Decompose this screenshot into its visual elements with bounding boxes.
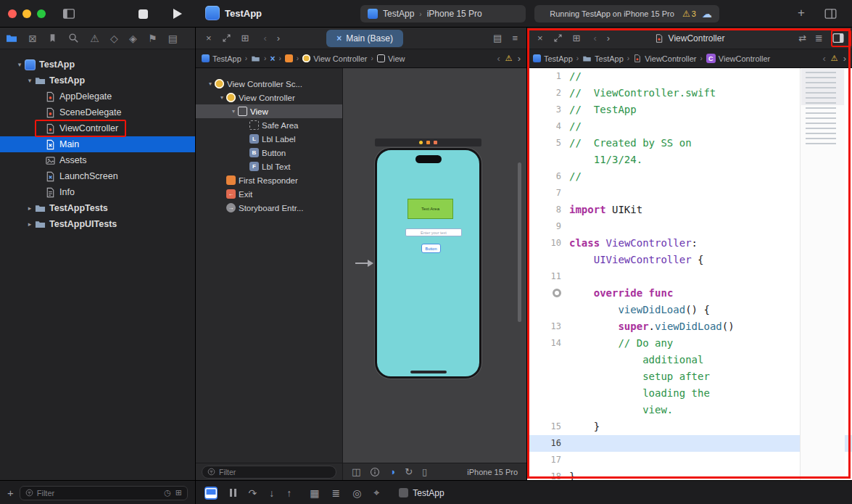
code-minimap[interactable] bbox=[800, 68, 845, 480]
outline-item-lbl-label[interactable]: LLbl Label bbox=[196, 132, 342, 146]
forward-chevron-icon[interactable]: › bbox=[607, 33, 610, 44]
scheme-selector[interactable]: TestApp › iPhone 15 Pro bbox=[360, 5, 526, 22]
step-out-icon[interactable]: ↑ bbox=[286, 487, 291, 499]
navigator-item-viewcontroller[interactable]: ViewController bbox=[0, 120, 195, 136]
forward-chevron-icon[interactable]: › bbox=[277, 33, 280, 44]
navigator-item-main[interactable]: Main bbox=[0, 136, 195, 152]
view-controller-view[interactable]: Text Area Enter your text Button bbox=[375, 148, 481, 379]
jump-bar-crumb[interactable]: ViewController bbox=[633, 54, 696, 63]
code-editor[interactable]: 1//2// ViewController.swift3// TestApp4/… bbox=[527, 68, 852, 480]
outline-item-lbl-text[interactable]: FLbl Text bbox=[196, 160, 342, 173]
close-editor-icon[interactable]: × bbox=[206, 33, 212, 44]
info-icon[interactable] bbox=[370, 467, 380, 477]
outline-item-view-controller[interactable]: ▾View Controller bbox=[196, 91, 342, 104]
issue-warning-icon[interactable]: ⚠ bbox=[831, 54, 838, 63]
variants-icon[interactable]: ◫ bbox=[352, 466, 360, 477]
back-chevron-icon[interactable]: ‹ bbox=[264, 33, 267, 44]
outline-item-view[interactable]: ▾View bbox=[196, 104, 342, 118]
outline-item-storyboard-entr-[interactable]: →Storyboard Entr... bbox=[196, 201, 342, 215]
grid-view-icon[interactable]: ⊞ bbox=[241, 33, 249, 44]
next-issue-icon[interactable]: › bbox=[518, 53, 521, 64]
previous-issue-icon[interactable]: ‹ bbox=[497, 53, 500, 64]
storyboard-canvas[interactable]: Text Area Enter your text Button bbox=[342, 68, 526, 463]
disclosure-chevron-icon[interactable]: ▸ bbox=[25, 205, 35, 212]
scene-responder-dock-icon[interactable] bbox=[426, 141, 430, 144]
navigator-filter-input[interactable]: Filter ◷ ⊞ bbox=[20, 486, 188, 500]
canvas-text-field[interactable]: Enter your text bbox=[405, 228, 462, 236]
editor-layout-icon[interactable] bbox=[824, 7, 837, 20]
jump-bar-crumb[interactable]: View Controller bbox=[302, 54, 367, 63]
jump-bar-crumb[interactable]: TestApp bbox=[533, 54, 573, 63]
disclosure-chevron-icon[interactable]: ▾ bbox=[15, 61, 25, 68]
grid-view-icon[interactable]: ⊞ bbox=[573, 33, 581, 44]
back-chevron-icon[interactable]: ‹ bbox=[594, 33, 597, 44]
toggle-inspectors-icon[interactable] bbox=[832, 32, 845, 44]
issue-navigator-icon[interactable]: ⚠ bbox=[90, 33, 99, 44]
editor-file-title[interactable]: ViewController bbox=[669, 33, 725, 44]
navigator-item-scenedelegate[interactable]: SceneDelegate bbox=[0, 104, 195, 120]
previous-issue-icon[interactable]: ‹ bbox=[822, 53, 825, 64]
debug-navigator-icon[interactable]: ◈ bbox=[129, 33, 137, 44]
navigator-item-testapptests[interactable]: ▸TestAppTests bbox=[0, 200, 195, 216]
outline-filter-input[interactable]: Filter bbox=[202, 466, 336, 479]
close-editor-icon[interactable]: × bbox=[537, 33, 543, 44]
jump-bar-crumb[interactable]: CViewController bbox=[706, 54, 770, 63]
scm-status-filter-icon[interactable]: ⊞ bbox=[175, 488, 182, 497]
adjust-editor-icon[interactable]: ≡ bbox=[512, 33, 518, 44]
stop-button[interactable] bbox=[138, 9, 148, 19]
view-hierarchy-icon[interactable]: ▦ bbox=[310, 487, 319, 499]
simulate-location-icon[interactable]: ⌖ bbox=[373, 487, 379, 499]
orientation-icon[interactable]: ↻ bbox=[405, 466, 413, 477]
memory-graph-icon[interactable]: ≣ bbox=[331, 487, 340, 499]
disclosure-chevron-icon[interactable]: ▾ bbox=[229, 108, 238, 115]
source-control-navigator-icon[interactable]: ⊠ bbox=[28, 33, 37, 44]
disclosure-chevron-icon[interactable]: ▸ bbox=[25, 220, 35, 228]
environment-overrides-icon[interactable]: ◎ bbox=[352, 487, 361, 499]
outline-item-safe-area[interactable]: Safe Area bbox=[196, 118, 342, 132]
breakpoint-navigator-icon[interactable]: ⚑ bbox=[148, 33, 157, 44]
step-into-icon[interactable]: ↓ bbox=[269, 487, 274, 499]
minimap-options-icon[interactable]: ≣ bbox=[815, 33, 823, 44]
warning-count[interactable]: 3 bbox=[692, 9, 696, 18]
run-button[interactable] bbox=[173, 9, 182, 19]
navigator-item-info[interactable]: Info bbox=[0, 184, 195, 200]
zoom-window-button[interactable] bbox=[37, 9, 46, 18]
jump-bar-crumb[interactable]: × bbox=[270, 54, 275, 64]
canvas-button[interactable]: Button bbox=[421, 244, 441, 253]
navigator-item-assets[interactable]: Assets bbox=[0, 152, 195, 168]
step-over-icon[interactable]: ↷ bbox=[249, 487, 257, 499]
disclosure-chevron-icon[interactable]: ▾ bbox=[25, 77, 35, 84]
minimize-window-button[interactable] bbox=[22, 9, 31, 18]
device-icon[interactable]: ▯ bbox=[422, 466, 427, 477]
navigator-item-appdelegate[interactable]: AppDelegate bbox=[0, 88, 195, 104]
outline-item-view-controller-sc-[interactable]: ▾View Controller Sc... bbox=[196, 77, 342, 91]
toggle-debug-area-icon[interactable] bbox=[204, 487, 218, 500]
debug-target[interactable]: TestApp bbox=[399, 488, 444, 498]
outline-item-button[interactable]: BButton bbox=[196, 146, 342, 160]
report-navigator-icon[interactable]: ▤ bbox=[168, 33, 178, 44]
add-file-button[interactable]: + bbox=[7, 487, 14, 499]
breakpoint-icon[interactable] bbox=[553, 289, 561, 297]
scheme-destination[interactable]: iPhone 15 Pro bbox=[427, 9, 482, 19]
jump-bar-crumb[interactable] bbox=[251, 54, 260, 63]
jump-bar-crumb[interactable] bbox=[285, 54, 293, 62]
close-window-button[interactable] bbox=[8, 9, 17, 18]
navigator-item-testapp[interactable]: ▾TestApp bbox=[0, 57, 195, 73]
jump-bar-crumb[interactable]: TestApp bbox=[582, 54, 624, 63]
editor-options-icon[interactable]: ▤ bbox=[493, 33, 502, 44]
canvas-scrollbar[interactable] bbox=[518, 162, 521, 322]
jump-bar-crumb[interactable]: TestApp bbox=[202, 54, 241, 63]
expand-editor-icon[interactable] bbox=[222, 33, 231, 43]
jump-bar-crumb[interactable]: View bbox=[377, 54, 405, 63]
toggle-navigator-icon[interactable] bbox=[62, 7, 75, 20]
bookmark-navigator-icon[interactable] bbox=[48, 33, 57, 44]
pause-execution-icon[interactable] bbox=[230, 489, 236, 497]
device-label[interactable]: iPhone 15 Pro bbox=[467, 468, 518, 476]
test-navigator-icon[interactable]: ◇ bbox=[110, 33, 118, 44]
appearance-icon[interactable]: ◑ bbox=[389, 466, 395, 477]
recent-files-filter-icon[interactable]: ◷ bbox=[164, 488, 171, 497]
scene-dock[interactable] bbox=[375, 139, 481, 146]
swap-editor-icon[interactable]: ⇄ bbox=[798, 33, 806, 44]
outline-item-first-responder[interactable]: First Responder bbox=[196, 173, 342, 187]
tab-main-storyboard[interactable]: × Main (Base) bbox=[326, 30, 403, 47]
